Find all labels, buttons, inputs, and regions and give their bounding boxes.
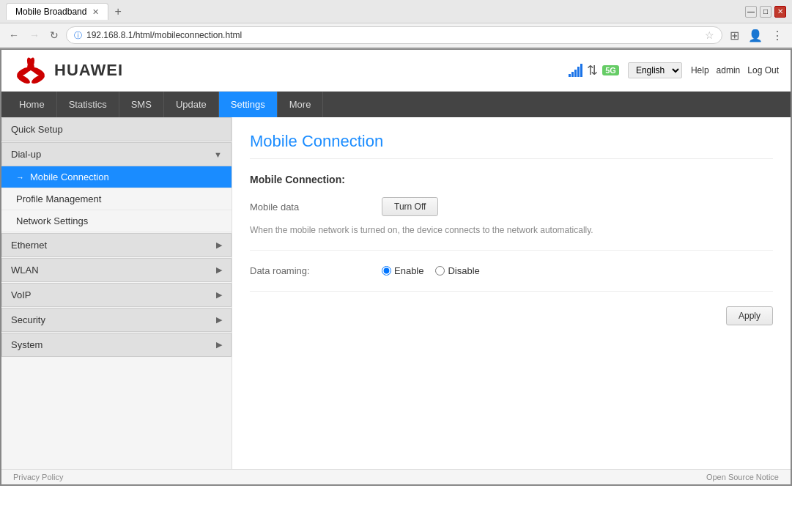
nav-sms[interactable]: SMS [119, 92, 164, 117]
url-text: 192.168.8.1/html/mobileconnection.html [86, 30, 700, 40]
window-controls: — □ ✕ [745, 6, 786, 18]
dialup-label: Dial-up [11, 149, 41, 160]
voip-header[interactable]: VoIP ▶ [1, 283, 232, 307]
mobile-data-info: When the mobile network is turned on, th… [250, 225, 773, 235]
voip-arrow-icon: ▶ [216, 290, 222, 300]
browser-action-icons: ⊞ 👤 ⋮ [727, 27, 786, 44]
admin-link[interactable]: admin [717, 65, 741, 75]
roaming-disable-radio[interactable] [435, 266, 445, 276]
language-select[interactable]: English 中文 [628, 62, 682, 78]
maximize-button[interactable]: □ [760, 6, 771, 18]
menu-button[interactable]: ⋮ [769, 27, 786, 44]
wlan-arrow-icon: ▶ [216, 265, 222, 275]
url-box[interactable]: ⓘ 192.168.8.1/html/mobileconnection.html… [66, 26, 722, 44]
sidebar-item-mobile-connection[interactable]: → Mobile Connection [1, 166, 232, 188]
forward-button[interactable]: → [26, 28, 42, 43]
system-header[interactable]: System ▶ [1, 333, 232, 357]
apply-row: Apply [250, 306, 773, 325]
network-settings-label: Network Settings [16, 215, 88, 226]
sidebar-item-profile-management[interactable]: Profile Management [1, 188, 232, 210]
signal-icons: ⇅ 5G [569, 62, 619, 78]
voip-label: VoIP [11, 289, 31, 300]
security-label: Security [11, 314, 45, 325]
roaming-disable-text: Disable [448, 265, 479, 276]
nav-update[interactable]: Update [164, 92, 219, 117]
data-roaming-control: Enable Disable [382, 265, 773, 276]
roaming-disable-label[interactable]: Disable [435, 265, 479, 276]
quick-setup-header[interactable]: Quick Setup [1, 117, 232, 141]
help-link[interactable]: Help [691, 65, 709, 75]
sidebar-section-security: Security ▶ [1, 308, 232, 332]
app-header: HUAWEI ⇅ 5G English 中文 Help admin Log Ou… [1, 50, 791, 92]
network-type-badge: 5G [602, 65, 619, 75]
dialup-arrow-icon: ▼ [214, 150, 222, 159]
main-layout: Quick Setup Dial-up ▼ → Mobile Connectio… [1, 117, 791, 469]
quick-setup-label: Quick Setup [11, 124, 63, 135]
turn-off-button[interactable]: Turn Off [382, 197, 438, 216]
security-header[interactable]: Security ▶ [1, 308, 232, 332]
close-button[interactable]: ✕ [774, 6, 786, 18]
logout-link[interactable]: Log Out [747, 65, 779, 75]
browser-chrome: Mobile Broadband ✕ + — □ ✕ ← → ↻ ⓘ 192.1… [0, 0, 792, 48]
extensions-button[interactable]: ⊞ [727, 27, 742, 44]
back-button[interactable]: ← [6, 28, 22, 43]
dialup-header[interactable]: Dial-up ▼ [1, 142, 232, 166]
browser-tab[interactable]: Mobile Broadband ✕ [6, 3, 108, 20]
roaming-enable-label[interactable]: Enable [382, 265, 423, 276]
footer-right: Open Source Notice [706, 473, 779, 481]
profile-management-label: Profile Management [16, 193, 101, 204]
logo: HUAWEI [13, 56, 123, 85]
new-tab-button[interactable]: + [114, 5, 121, 18]
huawei-logo-icon [13, 56, 48, 85]
footer-left: Privacy Policy [13, 473, 63, 481]
roaming-enable-radio[interactable] [382, 266, 391, 276]
data-roaming-label: Data roaming: [250, 265, 382, 276]
nav-home[interactable]: Home [7, 92, 57, 117]
ethernet-label: Ethernet [11, 240, 47, 251]
sidebar-section-ethernet: Ethernet ▶ [1, 233, 232, 257]
apply-button[interactable]: Apply [726, 306, 773, 325]
page-title: Mobile Connection [250, 132, 773, 159]
sidebar-section-dialup: Dial-up ▼ → Mobile Connection Profile Ma… [1, 142, 232, 232]
section-title: Mobile Connection: [250, 174, 773, 185]
ethernet-arrow-icon: ▶ [216, 240, 222, 250]
sidebar-section-quicksetup: Quick Setup [1, 117, 232, 141]
upload-download-icon: ⇅ [587, 62, 598, 78]
system-arrow-icon: ▶ [216, 340, 222, 350]
active-arrow-icon: → [16, 173, 24, 182]
profile-button[interactable]: 👤 [745, 27, 766, 44]
minimize-button[interactable]: — [745, 6, 757, 18]
signal-strength-icon [569, 64, 582, 77]
roaming-radio-group: Enable Disable [382, 265, 480, 276]
nav-settings[interactable]: Settings [219, 92, 278, 117]
footer: Privacy Policy Open Source Notice [1, 469, 791, 484]
data-roaming-row: Data roaming: Enable Disable [250, 265, 773, 276]
sidebar-item-network-settings[interactable]: Network Settings [1, 210, 232, 232]
header-right: ⇅ 5G English 中文 Help admin Log Out [569, 62, 779, 78]
lock-icon: ⓘ [74, 30, 82, 41]
logo-text: HUAWEI [54, 61, 123, 80]
main-nav: Home Statistics SMS Update Settings More [1, 92, 791, 117]
sidebar: Quick Setup Dial-up ▼ → Mobile Connectio… [1, 117, 232, 469]
security-arrow-icon: ▶ [216, 315, 222, 325]
wlan-label: WLAN [11, 265, 39, 276]
separator [250, 250, 773, 251]
bookmark-icon: ☆ [705, 29, 714, 41]
wlan-header[interactable]: WLAN ▶ [1, 258, 232, 282]
ethernet-header[interactable]: Ethernet ▶ [1, 233, 232, 257]
nav-more[interactable]: More [278, 92, 324, 117]
tab-title: Mobile Broadband [15, 7, 86, 17]
bottom-separator [250, 291, 773, 292]
address-bar: ← → ↻ ⓘ 192.168.8.1/html/mobileconnectio… [0, 23, 792, 48]
title-bar: Mobile Broadband ✕ + — □ ✕ [0, 0, 792, 23]
sidebar-section-voip: VoIP ▶ [1, 283, 232, 307]
mobile-connection-label: Mobile Connection [30, 171, 109, 182]
sidebar-section-system: System ▶ [1, 333, 232, 357]
nav-statistics[interactable]: Statistics [57, 92, 119, 117]
refresh-button[interactable]: ↻ [47, 28, 62, 43]
tab-close-button[interactable]: ✕ [92, 7, 99, 17]
system-label: System [11, 339, 42, 350]
mobile-data-row: Mobile data Turn Off [250, 197, 773, 216]
roaming-enable-text: Enable [394, 265, 423, 276]
app-container: HUAWEI ⇅ 5G English 中文 Help admin Log Ou… [0, 48, 792, 486]
